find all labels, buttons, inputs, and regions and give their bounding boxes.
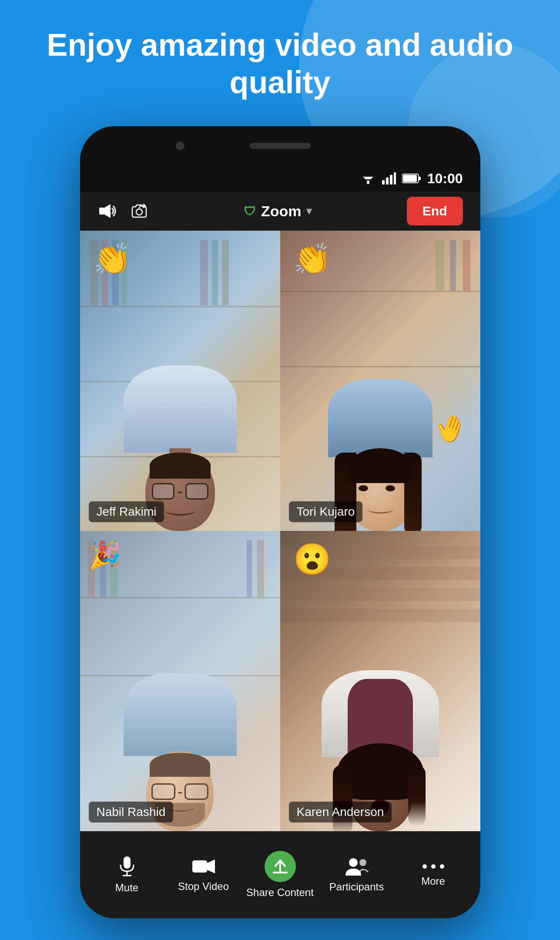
svg-rect-9 — [403, 175, 417, 182]
nav-item-stop-video[interactable]: Stop Video — [165, 857, 242, 893]
participants-label: Participants — [329, 881, 384, 893]
phone-top-bar — [80, 126, 480, 165]
nav-item-share-content[interactable]: Share Content — [242, 851, 319, 899]
svg-point-22 — [359, 859, 366, 866]
mute-label: Mute — [115, 882, 138, 894]
mute-icon — [117, 856, 137, 877]
share-content-label: Share Content — [246, 886, 314, 899]
jeff-emoji: 👏 — [93, 244, 131, 274]
status-icons: 10:00 — [360, 171, 463, 187]
phone-speaker — [250, 143, 311, 149]
zoom-toolbar: 🛡 Zoom ▾ End — [80, 191, 480, 231]
nav-item-more[interactable]: More — [395, 862, 472, 888]
svg-rect-4 — [382, 180, 385, 185]
shield-icon: 🛡 — [244, 204, 256, 218]
svg-rect-17 — [192, 860, 207, 873]
svg-rect-5 — [386, 178, 389, 185]
tori-name-label: Tori Kujaro — [289, 501, 363, 522]
signal-icon — [382, 172, 396, 185]
nabil-name-label: Nabil Rashid — [89, 802, 174, 822]
status-bar: 10:00 — [80, 165, 480, 191]
svg-point-23 — [423, 864, 427, 869]
video-grid: 👏 Jeff Rakimi — [80, 231, 480, 831]
battery-icon — [402, 173, 421, 184]
svg-point-24 — [431, 864, 436, 869]
speaker-icon[interactable] — [97, 201, 117, 221]
hero-title: Enjoy amazing video and audio quality — [0, 26, 560, 101]
nabil-party-emoji: 🎉 — [89, 540, 121, 571]
video-cell-tori: 🤚 👏 Tori Kujaro — [280, 231, 480, 531]
stop-video-icon — [191, 857, 216, 876]
svg-marker-12 — [104, 204, 111, 218]
karen-emoji: 😮 — [293, 544, 331, 574]
camera-flip-icon[interactable] — [130, 201, 149, 221]
video-cell-karen: 😮 Karen Anderson — [280, 531, 480, 831]
zoom-label: Zoom — [261, 203, 302, 220]
share-content-icon-bg — [265, 851, 296, 882]
svg-rect-14 — [124, 856, 131, 869]
stop-video-label: Stop Video — [178, 880, 229, 893]
wifi-icon — [360, 172, 376, 185]
svg-rect-11 — [99, 208, 104, 215]
karen-name-label: Karen Anderson — [289, 802, 392, 822]
phone-mockup: 10:00 🛡 Zoom ▾ End — [80, 126, 480, 918]
bottom-nav: Mute Stop Video Share Content — [80, 831, 480, 918]
phone-camera — [176, 141, 184, 150]
video-cell-jeff: 👏 Jeff Rakimi — [80, 231, 280, 531]
status-time: 10:00 — [427, 171, 463, 187]
svg-marker-18 — [207, 859, 215, 873]
video-cell-nabil: 🎉 Nabil Rashid — [80, 531, 280, 831]
tori-emoji: 👏 — [293, 244, 331, 274]
chevron-down-icon: ▾ — [306, 205, 312, 217]
nav-item-mute[interactable]: Mute — [89, 856, 165, 894]
svg-point-25 — [440, 864, 444, 869]
more-label: More — [421, 875, 445, 888]
share-content-icon — [272, 858, 288, 875]
zoom-brand-label[interactable]: 🛡 Zoom ▾ — [162, 203, 394, 220]
svg-point-13 — [136, 209, 142, 215]
svg-rect-10 — [419, 177, 421, 180]
participants-icon — [345, 856, 369, 876]
svg-point-21 — [349, 858, 358, 867]
svg-rect-6 — [390, 175, 392, 185]
svg-point-3 — [367, 181, 369, 184]
jeff-name-label: Jeff Rakimi — [89, 501, 164, 522]
nav-item-participants[interactable]: Participants — [319, 856, 395, 893]
end-button[interactable]: End — [407, 197, 463, 225]
svg-rect-7 — [394, 172, 396, 185]
more-icon — [422, 862, 445, 871]
